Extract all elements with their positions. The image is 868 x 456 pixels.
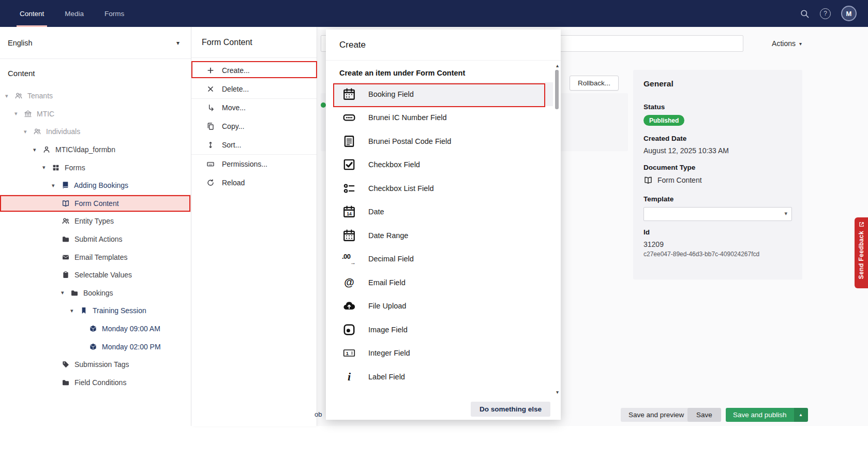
tree-item-ldap-formbn[interactable]: ▾ MTIC\ldap_formbn xyxy=(0,141,191,159)
rollback-button[interactable]: Rollback... xyxy=(570,76,619,91)
top-navigation-bar: Content Media Forms ? M xyxy=(0,0,868,27)
dialog-item-partial[interactable] xyxy=(326,389,561,399)
do-something-else-button[interactable]: Do something else xyxy=(471,402,550,417)
tree-item-individuals[interactable]: ▾ Individuals xyxy=(0,123,191,141)
tree-item-entity-types[interactable]: Entity Types xyxy=(0,212,191,230)
tree-item-bookings[interactable]: ▾ Bookings xyxy=(0,284,191,302)
folder-icon xyxy=(61,235,70,244)
dialog-subtitle: Create an item under Form Content xyxy=(326,61,561,82)
tree-item-label: MTIC xyxy=(37,110,54,118)
app-root: Content Media Forms ? M English ▾ Conten… xyxy=(0,0,868,456)
caret-down-icon[interactable]: ▾ xyxy=(42,164,51,171)
tag-icon xyxy=(61,360,70,369)
tree-item-mtic[interactable]: ▾ MTIC xyxy=(0,105,191,123)
save-button[interactable]: Save xyxy=(687,408,721,422)
caret-down-icon[interactable]: ▾ xyxy=(33,146,42,153)
tab-media[interactable]: Media xyxy=(54,0,94,27)
tree-item-label: Monday 09:00 AM xyxy=(102,325,160,333)
menu-item-copy[interactable]: Copy... xyxy=(191,117,317,136)
tree-item-email-templates[interactable]: Email Templates xyxy=(0,248,191,266)
tab-content-label: Content xyxy=(20,10,44,18)
open-book-icon xyxy=(61,199,70,208)
tree-item-adding-bookings[interactable]: ▾ Adding Bookings xyxy=(0,176,191,195)
dialog-item-checkbox-list[interactable]: Checkbox List Field xyxy=(326,176,561,200)
dialog-scrollbar-thumb[interactable] xyxy=(555,70,559,109)
template-select[interactable]: ▾ xyxy=(643,207,792,221)
dialog-item-booking-field[interactable]: Booking Field xyxy=(334,82,553,106)
tree-item-label: Submit Actions xyxy=(74,235,123,243)
breadcrumb-fragment[interactable]: ob xyxy=(315,410,322,418)
dialog-item-label: Checkbox List Field xyxy=(368,184,434,193)
save-and-publish-split-button: Save and publish ▲ xyxy=(726,408,808,422)
dialog-item-label: Label Field xyxy=(368,373,405,381)
scroll-up-icon[interactable]: ▴ xyxy=(556,63,559,68)
caret-down-icon[interactable]: ▾ xyxy=(24,128,33,135)
menu-item-move[interactable]: Move... xyxy=(191,99,317,117)
tree-item-forms[interactable]: ▾ Forms xyxy=(0,158,191,176)
tree-item-selectable-values[interactable]: Selectable Values xyxy=(0,266,191,284)
document-type-row: Form Content xyxy=(643,175,792,185)
menu-item-create[interactable]: Create... xyxy=(191,61,317,80)
chevron-down-icon: ▾ xyxy=(176,39,179,47)
svg-text:1: 1 xyxy=(346,351,349,356)
send-feedback-tab[interactable]: Send Feedback xyxy=(855,217,868,288)
menu-item-permissions[interactable]: Permissions... xyxy=(191,155,317,173)
dialog-item-checkbox-field[interactable]: Checkbox Field xyxy=(326,153,561,177)
tree-item-submission-tags[interactable]: Submission Tags xyxy=(0,356,191,374)
tab-content[interactable]: Content xyxy=(9,0,54,27)
general-heading: General xyxy=(643,79,792,89)
caret-down-icon[interactable]: ▾ xyxy=(5,93,14,99)
status-badge: Published xyxy=(643,115,684,126)
tree-item-monday-0900[interactable]: Monday 09:00 AM xyxy=(0,320,191,338)
tab-forms[interactable]: Forms xyxy=(94,0,134,27)
menu-item-label: Delete... xyxy=(222,85,249,93)
tree-item-submit-actions[interactable]: Submit Actions xyxy=(0,230,191,248)
dialog-item-integer[interactable]: 1 Integer Field xyxy=(326,342,561,365)
search-icon[interactable] xyxy=(800,9,810,19)
caret-down-icon[interactable]: ▾ xyxy=(52,182,61,189)
guid-value: c27ee047-89ed-46d3-bb7c-409024267fcd xyxy=(643,251,792,258)
save-and-preview-button[interactable]: Save and preview xyxy=(621,408,692,422)
tab-media-label: Media xyxy=(65,10,84,18)
avatar[interactable]: M xyxy=(841,6,857,21)
dialog-item-date-range[interactable]: Date Range xyxy=(326,224,561,247)
tree-item-form-content[interactable]: Form Content xyxy=(0,195,191,213)
scroll-down-icon[interactable]: ▾ xyxy=(556,389,559,395)
document-type-value: Form Content xyxy=(657,176,702,184)
publish-options-caret-button[interactable]: ▲ xyxy=(794,408,808,422)
caret-down-icon[interactable]: ▾ xyxy=(61,289,70,296)
dialog-item-date[interactable]: 14 Date xyxy=(326,200,561,224)
dialog-item-brunei-ic[interactable]: Brunei IC Number Field xyxy=(326,106,561,130)
save-and-publish-button[interactable]: Save and publish xyxy=(726,408,794,422)
booking-calendar-icon xyxy=(341,86,357,102)
open-book-icon xyxy=(643,175,653,185)
tree-item-tenants[interactable]: ▾ Tenants xyxy=(0,87,191,105)
caret-down-icon[interactable]: ▾ xyxy=(70,307,79,314)
dialog-item-decimal[interactable]: .00→ Decimal Field xyxy=(326,247,561,271)
caret-down-icon[interactable]: ▾ xyxy=(14,110,23,117)
tree-item-field-conditions[interactable]: Field Conditions xyxy=(0,374,191,392)
dialog-item-label: Decimal Field xyxy=(368,255,414,263)
dialog-item-label-field[interactable]: i Label Field xyxy=(326,365,561,389)
language-selector[interactable]: English ▾ xyxy=(0,27,191,59)
dialog-item-brunei-postal[interactable]: Brunei Postal Code Field xyxy=(326,129,561,153)
move-arrow-icon xyxy=(206,104,215,112)
calendar-date-icon: 14 xyxy=(341,204,357,219)
dialog-item-label: Brunei Postal Code Field xyxy=(368,137,451,145)
tree-item-training-session[interactable]: ▾ Training Session xyxy=(0,302,191,320)
tree-item-label: Entity Types xyxy=(74,217,114,225)
id-label: Id xyxy=(643,228,792,236)
checkbox-icon xyxy=(341,157,357,172)
menu-item-delete[interactable]: Delete... xyxy=(191,80,317,98)
dialog-item-email[interactable]: @ Email Field xyxy=(326,271,561,295)
dialog-item-image[interactable]: Image Field xyxy=(326,318,561,342)
document-type-label: Document Type xyxy=(643,164,792,171)
dialog-item-file-upload[interactable]: File Upload xyxy=(326,295,561,318)
menu-item-reload[interactable]: Reload xyxy=(191,173,317,192)
tree-item-monday-0200[interactable]: Monday 02:00 PM xyxy=(0,337,191,356)
id-value: 31209 xyxy=(643,240,792,248)
help-icon[interactable]: ? xyxy=(820,8,831,19)
bookmark-icon xyxy=(79,306,88,315)
actions-button[interactable]: Actions ▾ xyxy=(772,39,802,48)
menu-item-sort[interactable]: Sort... xyxy=(191,136,317,154)
